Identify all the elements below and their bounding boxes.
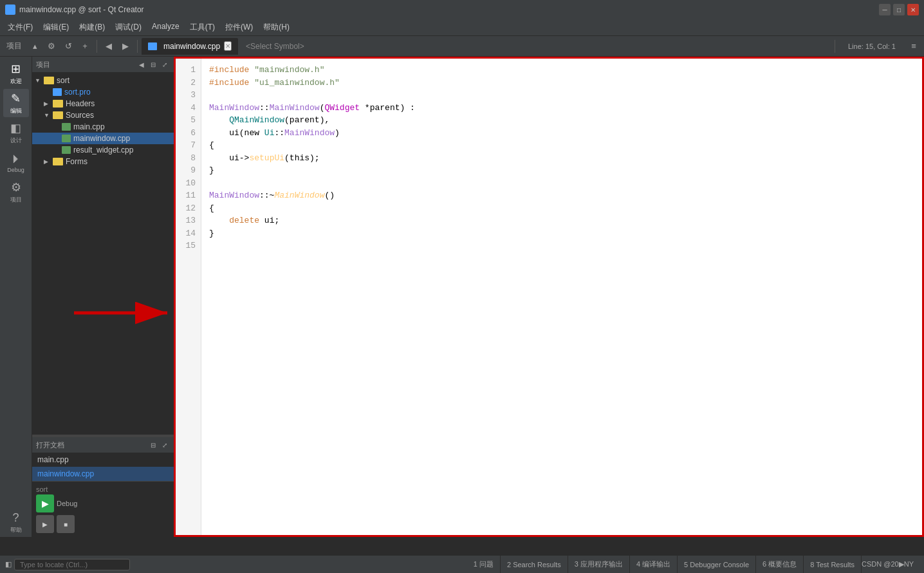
- tree-item[interactable]: result_widget.cpp: [32, 144, 174, 156]
- code-content[interactable]: #include "mainwindow.h"#include "ui_main…: [201, 59, 922, 535]
- line-number: 2: [176, 77, 196, 89]
- file-icon: [62, 146, 71, 154]
- tree-item-label: Headers: [66, 99, 95, 108]
- folder-icon: [53, 158, 63, 165]
- menu-bar: 文件(F)编辑(E)构建(B)调试(D)Analyze工具(T)控件(W)帮助(…: [0, 19, 924, 36]
- line-number: 13: [176, 214, 196, 227]
- status-tab[interactable]: 3 应用程序输出: [568, 556, 630, 574]
- line-number: 15: [176, 240, 196, 252]
- menu-item[interactable]: 调试(D): [110, 21, 147, 34]
- status-tab[interactable]: 4 编译输出: [630, 556, 678, 574]
- title-bar: mainwindow.cpp @ sort - Qt Creator ─ □ ✕: [0, 0, 924, 19]
- menu-item[interactable]: 帮助(H): [258, 21, 295, 34]
- tree-item-label: main.cpp: [73, 122, 105, 131]
- build-mode: Debug: [57, 500, 77, 507]
- toolbar-extra-btn[interactable]: ≡: [906, 39, 921, 54]
- sidebar-icon-edit[interactable]: ✎ 编辑: [3, 89, 29, 117]
- line-col-info: Line: 15, Col: 1: [840, 42, 903, 50]
- run-button[interactable]: ▶: [36, 494, 54, 512]
- tree-item[interactable]: sort.pro: [32, 86, 174, 98]
- build-stop-btn[interactable]: ■: [57, 515, 75, 533]
- tree-item[interactable]: ▶Headers: [32, 98, 174, 109]
- toolbar: 项目 ▴ ⚙ ↺ + ◀ ▶ mainwindow.cpp ✕ <Select …: [0, 36, 924, 57]
- tree-item[interactable]: mainwindow.cpp: [32, 133, 174, 144]
- project-label: 项目: [10, 196, 22, 204]
- line-number: 4: [176, 102, 196, 115]
- code-line: {: [209, 139, 914, 152]
- tab-file-icon: [148, 42, 157, 50]
- tree-item[interactable]: ▶Forms: [32, 156, 174, 167]
- open-docs-btn1[interactable]: ⊟: [148, 440, 158, 450]
- tree-item-label: mainwindow.cpp: [73, 134, 130, 143]
- panel-collapse-btn[interactable]: ◀: [136, 59, 147, 70]
- status-tab[interactable]: 8 Test Results: [804, 556, 862, 574]
- tab-close-btn[interactable]: ✕: [224, 41, 232, 51]
- status-tab[interactable]: 6 概要信息: [756, 556, 804, 574]
- sidebar-icon-debug[interactable]: ⏵ Debug: [3, 148, 29, 176]
- line-number: 5: [176, 114, 196, 127]
- code-line: [209, 177, 914, 190]
- menu-item[interactable]: 构建(B): [74, 21, 110, 34]
- menu-item[interactable]: 编辑(E): [38, 21, 74, 34]
- code-line: }: [209, 227, 914, 240]
- code-line: QMainWindow(parent),: [209, 114, 914, 127]
- sidebar-icon-design[interactable]: ◧ 设计: [3, 118, 29, 147]
- maximize-button[interactable]: □: [893, 4, 905, 15]
- left-sidebar: ⊞ 欢迎 ✎ 编辑 ◧ 设计 ⏵ Debug ⚙ 项目 ? 帮助: [0, 57, 32, 537]
- toolbar-nav-back[interactable]: ◀: [101, 39, 116, 54]
- line-number: 10: [176, 177, 196, 190]
- sidebar-icon-welcome[interactable]: ⊞ 欢迎: [3, 59, 29, 88]
- status-tab[interactable]: 5 Debugger Console: [678, 556, 756, 574]
- tree-item[interactable]: ▼sort: [32, 75, 174, 86]
- status-panel-btn[interactable]: ◧: [5, 560, 12, 568]
- status-search-input[interactable]: [14, 559, 130, 570]
- project-panel-header: 项目 ◀ ⊟ ⤢: [32, 57, 174, 72]
- panel-float-btn[interactable]: ⤢: [160, 59, 170, 70]
- tree-item-label: sort: [57, 76, 69, 85]
- code-line: }: [209, 164, 914, 177]
- menu-item[interactable]: 工具(T): [185, 21, 220, 34]
- app-icon: [5, 5, 15, 15]
- tree-item-label: result_widget.cpp: [73, 146, 133, 155]
- panel-header-buttons: ◀ ⊟ ⤢: [136, 59, 170, 70]
- status-tab[interactable]: 1 问题: [467, 556, 501, 574]
- build-run-debug-btn[interactable]: ▶: [36, 515, 54, 533]
- toolbar-sync-btn[interactable]: ↺: [60, 39, 76, 54]
- code-editor[interactable]: 123456789101112131415 #include "mainwind…: [174, 57, 924, 537]
- menu-item[interactable]: 控件(W): [220, 21, 258, 34]
- toolbar-back-btn[interactable]: ▴: [27, 39, 42, 54]
- toolbar-project-section: 项目 ▴ ⚙ ↺ + ◀ ▶: [3, 39, 140, 54]
- minimize-button[interactable]: ─: [879, 4, 891, 15]
- open-docs-title: 打开文档: [36, 440, 64, 450]
- tree-item[interactable]: main.cpp: [32, 121, 174, 133]
- toolbar-divider-3: [835, 40, 835, 53]
- build-extra-btns: ▶ ■: [36, 515, 170, 533]
- edit-label: 编辑: [10, 107, 22, 115]
- build-controls: ▶ Debug: [36, 494, 170, 512]
- toolbar-nav-fwd[interactable]: ▶: [118, 39, 133, 54]
- help-icon: ?: [12, 511, 19, 525]
- sidebar-icon-help[interactable]: ? 帮助: [3, 509, 29, 537]
- open-doc-item[interactable]: mainwindow.cpp: [32, 467, 174, 481]
- toolbar-add-btn[interactable]: +: [77, 39, 93, 54]
- toolbar-settings-btn[interactable]: ⚙: [44, 39, 59, 54]
- status-bar: ◧ 1 问题2 Search Results3 应用程序输出4 编译输出5 De…: [0, 555, 924, 573]
- menu-item[interactable]: Analyze: [147, 21, 185, 34]
- symbol-selector[interactable]: <Select Symbol>: [241, 42, 829, 51]
- open-docs-buttons: ⊟ ⤢: [148, 440, 170, 450]
- project-tree: ▼sortsort.pro▶Headers▼Sourcesmain.cppmai…: [32, 72, 174, 435]
- line-number: 12: [176, 202, 196, 215]
- sidebar-icon-project[interactable]: ⚙ 项目: [3, 178, 29, 206]
- file-icon: [62, 135, 71, 142]
- menu-item[interactable]: 文件(F): [3, 21, 38, 34]
- panel-split-btn[interactable]: ⊟: [148, 59, 158, 70]
- open-docs-btn2[interactable]: ⤢: [160, 440, 170, 450]
- open-doc-item[interactable]: main.cpp: [32, 453, 174, 467]
- window-title: mainwindow.cpp @ sort - Qt Creator: [19, 5, 875, 14]
- status-tab[interactable]: 2 Search Results: [501, 556, 568, 574]
- tree-item-label: sort.pro: [64, 88, 91, 97]
- tab-mainwindow[interactable]: mainwindow.cpp ✕: [142, 38, 238, 55]
- tree-item[interactable]: ▼Sources: [32, 109, 174, 121]
- help-label: 帮助: [10, 526, 22, 534]
- close-button[interactable]: ✕: [907, 4, 919, 15]
